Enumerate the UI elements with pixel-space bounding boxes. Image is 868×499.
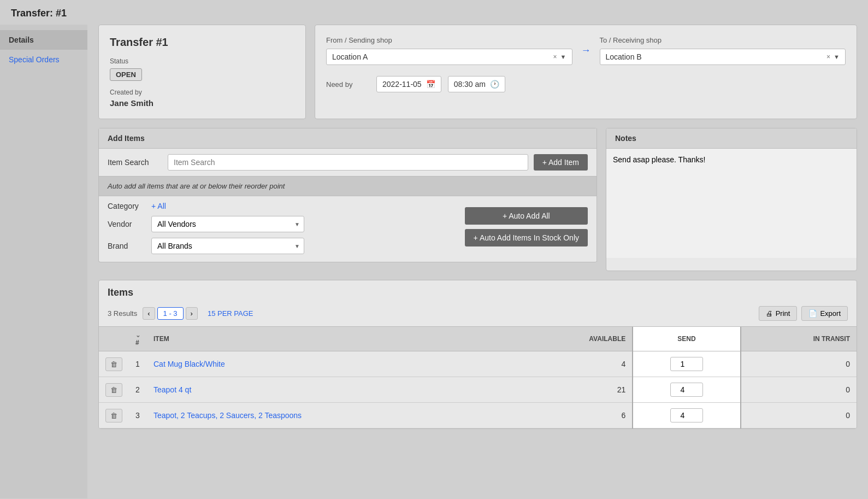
row-available: 6	[517, 403, 633, 428]
category-all-link[interactable]: + All	[151, 202, 166, 210]
need-by-date-value: 2022-11-05	[382, 80, 422, 89]
add-items-section: Add Items Item Search + Add Item Auto ad…	[98, 128, 597, 262]
item-link[interactable]: Cat Mug Black/White	[153, 360, 225, 368]
transfer-card: Transfer #1 Status OPEN Created by Jane …	[98, 25, 306, 119]
shop-section: From / Sending shop Location A × ▼ → To …	[315, 25, 857, 119]
col-header-available: AVAILABLE	[517, 327, 633, 351]
main-content: Transfer #1 Status OPEN Created by Jane …	[87, 25, 868, 498]
row-in-transit: 0	[741, 377, 857, 403]
vendor-filter-wrapper: All Vendors	[151, 216, 304, 232]
row-item-name: Teapot, 2 Teacups, 2 Saucers, 2 Teaspoon…	[147, 403, 517, 428]
brand-filter-wrapper: All Brands	[151, 238, 304, 254]
delete-row-button[interactable]: 🗑	[105, 383, 122, 397]
delete-row-button[interactable]: 🗑	[105, 409, 122, 422]
need-by-label: Need by	[326, 80, 370, 89]
from-shop-value: Location A	[332, 52, 550, 61]
item-link[interactable]: Teapot 4 qt	[153, 385, 191, 394]
col-header-delete	[99, 327, 129, 351]
clock-icon: 🕐	[490, 80, 499, 89]
to-shop-select[interactable]: Location B × ▼	[600, 49, 846, 65]
add-item-button[interactable]: + Add Item	[534, 154, 588, 171]
sidebar-item-special-orders[interactable]: Special Orders	[0, 50, 87, 69]
from-shop-clear-icon[interactable]: ×	[553, 53, 557, 61]
row-num: 3	[129, 403, 147, 428]
row-delete-cell: 🗑	[99, 377, 129, 403]
row-available: 21	[517, 377, 633, 403]
auto-add-buttons: + Auto Add All + Auto Add Items In Stock…	[465, 202, 588, 254]
table-header-row: ⌄ # ITEM AVAILABLE SEND IN TRANSIT	[99, 327, 857, 351]
print-export-toolbar: 🖨 Print 📄 Export	[759, 306, 848, 321]
from-shop-select[interactable]: Location A × ▼	[326, 49, 572, 65]
items-section: Items 3 Results ‹ 1 - 3 › 15 PER PAGE 🖨 …	[98, 280, 857, 429]
items-section-title: Items	[99, 280, 857, 301]
print-button[interactable]: 🖨 Print	[759, 306, 798, 321]
next-page-button[interactable]: ›	[186, 307, 198, 320]
pagination: ‹ 1 - 3 ›	[143, 307, 198, 320]
auto-add-stock-button[interactable]: + Auto Add Items In Stock Only	[465, 229, 588, 246]
per-page-selector[interactable]: 15 PER PAGE	[208, 309, 253, 318]
created-by: Jane Smith	[110, 98, 294, 108]
export-button[interactable]: 📄 Export	[801, 306, 848, 321]
need-by-date-input[interactable]: 2022-11-05 📅	[376, 76, 441, 92]
sidebar-item-details[interactable]: Details	[0, 30, 87, 50]
send-input[interactable]	[670, 357, 703, 371]
need-by-time-value: 08:30 am	[454, 80, 486, 89]
sidebar: Details Special Orders	[0, 25, 87, 498]
calendar-icon: 📅	[426, 80, 435, 89]
row-delete-cell: 🗑	[99, 403, 129, 428]
results-count: 3 Results	[108, 309, 137, 318]
auto-add-all-button[interactable]: + Auto Add All	[465, 207, 588, 225]
to-shop-clear-icon[interactable]: ×	[826, 53, 830, 61]
sort-icon: ⌄	[135, 332, 140, 338]
from-shop-label: From / Sending shop	[326, 36, 572, 44]
row-send-cell	[633, 351, 741, 377]
printer-icon: 🖨	[766, 309, 773, 318]
row-send-cell	[633, 403, 741, 428]
vendor-filter-select[interactable]: All Vendors	[151, 216, 304, 232]
delete-row-button[interactable]: 🗑	[105, 357, 122, 371]
table-row: 🗑 3 Teapot, 2 Teacups, 2 Saucers, 2 Teas…	[99, 403, 857, 428]
vendor-filter-label: Vendor	[108, 220, 146, 228]
table-row: 🗑 1 Cat Mug Black/White 4 0	[99, 351, 857, 377]
items-toolbar: 3 Results ‹ 1 - 3 › 15 PER PAGE 🖨 Print …	[99, 301, 857, 327]
created-label: Created by	[110, 89, 294, 96]
to-shop-value: Location B	[606, 52, 824, 61]
brand-filter-select[interactable]: All Brands	[151, 238, 304, 254]
export-label: Export	[820, 309, 841, 318]
send-input[interactable]	[670, 383, 703, 397]
notes-textarea[interactable]: Send asap please. Thanks!	[606, 149, 857, 258]
col-header-item: ITEM	[147, 327, 517, 351]
to-shop-col: To / Receiving shop Location B × ▼	[600, 36, 846, 65]
item-search-label: Item Search	[108, 158, 162, 167]
page-title: Transfer: #1	[0, 0, 868, 25]
notes-header: Notes	[606, 128, 857, 149]
row-in-transit: 0	[741, 351, 857, 377]
items-table: ⌄ # ITEM AVAILABLE SEND IN TRANSIT 🗑 1 C…	[99, 327, 857, 428]
table-row: 🗑 2 Teapot 4 qt 21 0	[99, 377, 857, 403]
to-shop-dropdown-icon[interactable]: ▼	[834, 54, 840, 60]
row-send-cell	[633, 377, 741, 403]
row-item-name: Teapot 4 qt	[147, 377, 517, 403]
transfer-arrow-icon: →	[581, 45, 591, 56]
col-header-send: SEND	[633, 327, 741, 351]
export-icon: 📄	[808, 309, 817, 318]
from-shop-dropdown-icon[interactable]: ▼	[560, 54, 566, 60]
item-link[interactable]: Teapot, 2 Teacups, 2 Saucers, 2 Teaspoon…	[153, 411, 302, 420]
row-available: 4	[517, 351, 633, 377]
status-label: Status	[110, 57, 294, 65]
item-search-input[interactable]	[168, 154, 528, 171]
brand-filter-label: Brand	[108, 242, 146, 250]
col-header-in-transit: IN TRANSIT	[741, 327, 857, 351]
col-header-sort[interactable]: ⌄ #	[129, 327, 147, 351]
page-range: 1 - 3	[157, 307, 184, 320]
transfer-title: Transfer #1	[110, 36, 294, 49]
prev-page-button[interactable]: ‹	[143, 307, 155, 320]
row-num: 2	[129, 377, 147, 403]
notes-box: Notes Send asap please. Thanks!	[606, 128, 857, 271]
row-item-name: Cat Mug Black/White	[147, 351, 517, 377]
send-input[interactable]	[670, 408, 703, 422]
row-num: 1	[129, 351, 147, 377]
item-search-row: Item Search + Add Item	[99, 149, 597, 177]
need-by-time-input[interactable]: 08:30 am 🕐	[448, 76, 505, 92]
row-delete-cell: 🗑	[99, 351, 129, 377]
